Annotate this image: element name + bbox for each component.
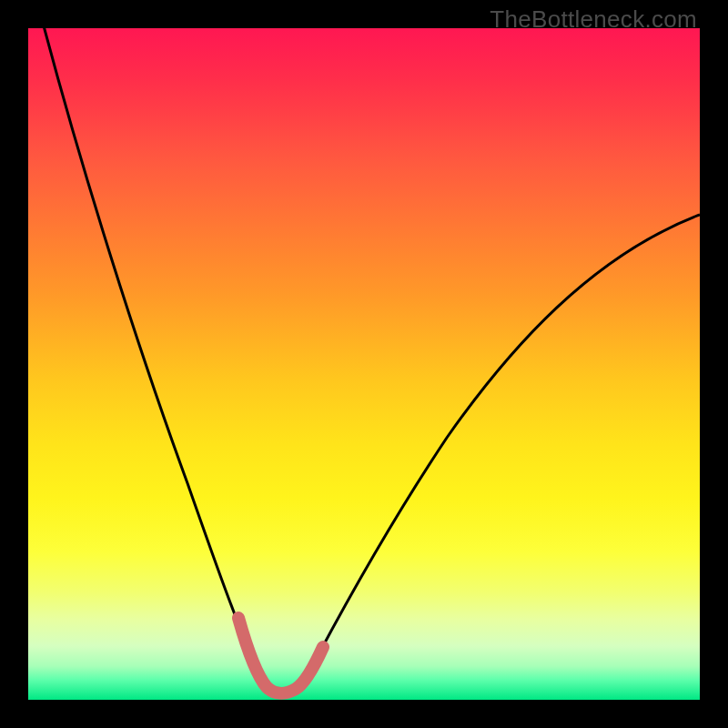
- chart-plot-area: [28, 28, 700, 700]
- watermark-text: TheBottleneck.com: [490, 5, 697, 34]
- curve-path: [42, 28, 700, 693]
- chart-svg: [28, 28, 700, 700]
- chart-frame: TheBottleneck.com: [0, 0, 728, 728]
- highlight-path: [238, 618, 323, 693]
